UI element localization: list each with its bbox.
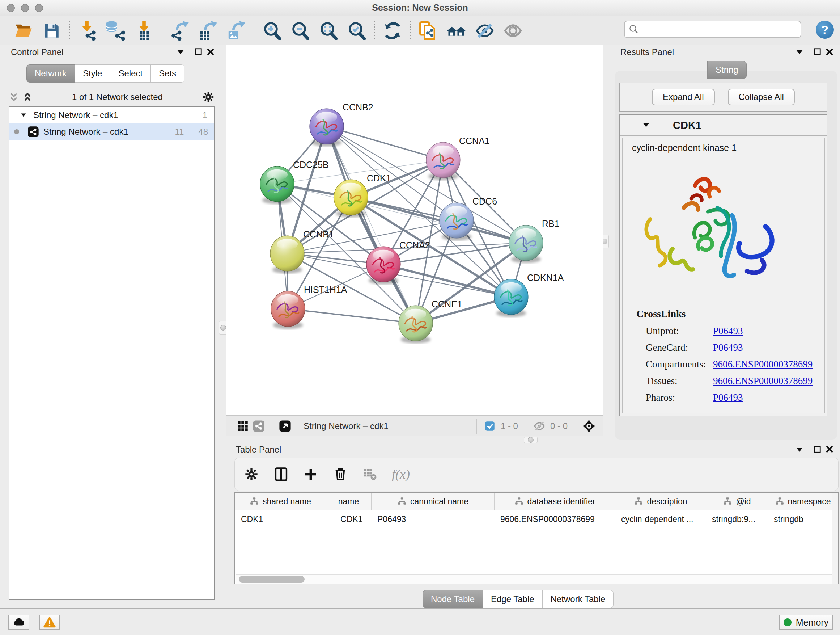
open-session-icon[interactable]: [9, 19, 38, 42]
export-network-icon[interactable]: [166, 19, 194, 42]
tab-select[interactable]: Select: [111, 65, 151, 82]
hide-selected-icon[interactable]: [471, 19, 499, 42]
node-label-CDC6: CDC6: [472, 196, 497, 206]
table-vertical-scrollbar[interactable]: [832, 493, 838, 584]
table-body: CDK1CDK1P064939606.ENSP00000378699cyclin…: [235, 510, 838, 528]
crosslink-link[interactable]: 9606.ENSP00000378699: [713, 375, 813, 386]
collapse-all-icon[interactable]: [9, 92, 19, 102]
export-table-icon[interactable]: [194, 19, 222, 42]
results-panel-float-icon[interactable]: [811, 46, 823, 57]
network-row[interactable]: String Network – cdk1 11 48: [9, 124, 214, 140]
control-panel-close-icon[interactable]: [204, 46, 217, 57]
node-RB1[interactable]: RB1: [509, 219, 560, 263]
control-panel-float-icon[interactable]: [192, 46, 204, 57]
crosslink-link[interactable]: P06493: [713, 392, 743, 403]
table-cell: stringdb: [768, 515, 838, 524]
crosslink-link[interactable]: P06493: [713, 342, 743, 353]
import-database-icon[interactable]: [102, 19, 130, 42]
crosslink-link[interactable]: 9606.ENSP00000378699: [713, 359, 813, 370]
crosshair-icon[interactable]: [581, 418, 597, 434]
zoom-fit-icon[interactable]: [314, 19, 343, 42]
export-image-icon[interactable]: [222, 19, 250, 42]
zoom-selected-icon[interactable]: [343, 19, 371, 42]
column-header-@id[interactable]: @id: [706, 493, 768, 510]
gene-section-header[interactable]: CDK1: [620, 115, 827, 136]
results-panel-close-icon[interactable]: [823, 46, 836, 57]
show-graphics-icon[interactable]: [499, 19, 527, 42]
node-CCNA1[interactable]: CCNA1: [426, 136, 490, 180]
gene-section: CDK1 cyclin-dependent kinase 1: [619, 114, 827, 416]
refresh-layout-icon[interactable]: [378, 19, 407, 42]
hierarchy-icon: [723, 497, 732, 506]
collapse-all-button[interactable]: Collapse All: [728, 89, 795, 105]
network-canvas[interactable]: CCNB2CCNA1CDC25BCDK1CDC6RB1CCNB1CCNA2CDK…: [226, 45, 603, 415]
cloud-button[interactable]: [8, 615, 29, 630]
delete-column-trash-icon[interactable]: [332, 466, 348, 482]
network-view-mode-icon[interactable]: [251, 418, 267, 434]
edge-CCNB2-CCNA1[interactable]: [327, 126, 443, 160]
crosslink-link[interactable]: P06493: [713, 325, 743, 337]
node-CCNB1[interactable]: CCNB1: [270, 229, 334, 274]
hidden-eye-icon[interactable]: [531, 418, 547, 434]
node-CDKN1A[interactable]: CDKN1A: [494, 272, 564, 317]
table-panel-collapse-icon[interactable]: [793, 444, 806, 455]
tab-sets[interactable]: Sets: [151, 65, 185, 82]
memory-button[interactable]: Memory: [779, 615, 833, 630]
tab-string[interactable]: String: [707, 61, 747, 79]
table-horizontal-scrollbar[interactable]: [236, 574, 832, 584]
table-panel-float-icon[interactable]: [811, 444, 823, 455]
results-panel-collapse-icon[interactable]: [793, 46, 806, 57]
network-options-gear-icon[interactable]: [202, 91, 215, 103]
horizontal-splitter-handle[interactable]: [524, 437, 538, 443]
network-collection-row[interactable]: String Network – cdk1 1: [9, 107, 214, 124]
tab-edge-table[interactable]: Edge Table: [483, 590, 543, 608]
expand-all-button[interactable]: Expand All: [652, 89, 714, 105]
modified-dot-icon: [14, 129, 19, 135]
table-cell: P06493: [371, 515, 494, 524]
control-panel-collapse-icon[interactable]: [174, 46, 187, 57]
search-input[interactable]: [639, 24, 785, 35]
tab-network-table[interactable]: Network Table: [543, 590, 614, 608]
column-header-description[interactable]: description: [615, 493, 706, 510]
table-panel-title: Table Panel: [236, 445, 281, 455]
tab-network[interactable]: Network: [27, 65, 75, 82]
node-layer: CCNB2CCNA1CDC25BCDK1CDC6RB1CCNB1CCNA2CDK…: [260, 102, 564, 344]
tab-style[interactable]: Style: [75, 65, 111, 82]
grid-view-icon[interactable]: [235, 418, 251, 434]
column-header-canonical-name[interactable]: canonical name: [371, 493, 494, 510]
table-options-gear-icon[interactable]: [243, 466, 259, 482]
node-label-CCNE1: CCNE1: [431, 299, 462, 309]
node-CCNE1[interactable]: CCNE1: [399, 299, 462, 344]
show-columns-icon[interactable]: [273, 466, 289, 482]
tab-node-table[interactable]: Node Table: [423, 590, 483, 608]
import-table-icon[interactable]: [130, 19, 158, 42]
scrollbar-thumb[interactable]: [239, 576, 305, 583]
selected-checkbox-icon[interactable]: [482, 418, 498, 434]
save-session-icon[interactable]: [38, 19, 66, 42]
edge-HIST1H1A-CCNE1[interactable]: [288, 309, 416, 323]
duplicate-network-icon[interactable]: [414, 19, 442, 42]
column-header-shared-name[interactable]: shared name: [235, 493, 326, 510]
delete-table-icon: [362, 466, 378, 482]
table-panel-close-icon[interactable]: [823, 444, 836, 455]
expand-all-icon[interactable]: [22, 92, 33, 102]
warning-button[interactable]: [39, 615, 60, 630]
zoom-out-icon[interactable]: [286, 19, 314, 42]
node-HIST1H1A[interactable]: HIST1H1A: [271, 285, 347, 329]
node-CDK1[interactable]: CDK1: [334, 173, 391, 218]
column-header-namespace[interactable]: namespace: [768, 493, 838, 510]
collection-label: String Network – cdk1: [33, 110, 118, 120]
first-neighbors-icon[interactable]: [442, 19, 471, 42]
help-button[interactable]: ?: [816, 21, 834, 39]
create-column-plus-icon[interactable]: [303, 466, 319, 482]
column-label: namespace: [788, 497, 831, 507]
column-header-database-identifier[interactable]: database identifier: [494, 493, 615, 510]
zoom-in-icon[interactable]: [258, 19, 286, 42]
detach-view-icon[interactable]: [277, 418, 293, 434]
table-cell: 9606.ENSP00000378699: [494, 515, 615, 524]
import-network-icon[interactable]: [73, 19, 102, 42]
tree-expander-icon[interactable]: [20, 112, 27, 119]
column-header-name[interactable]: name: [326, 493, 371, 510]
table-row[interactable]: CDK1CDK1P064939606.ENSP00000378699cyclin…: [235, 510, 838, 528]
section-expander-icon[interactable]: [643, 122, 650, 129]
